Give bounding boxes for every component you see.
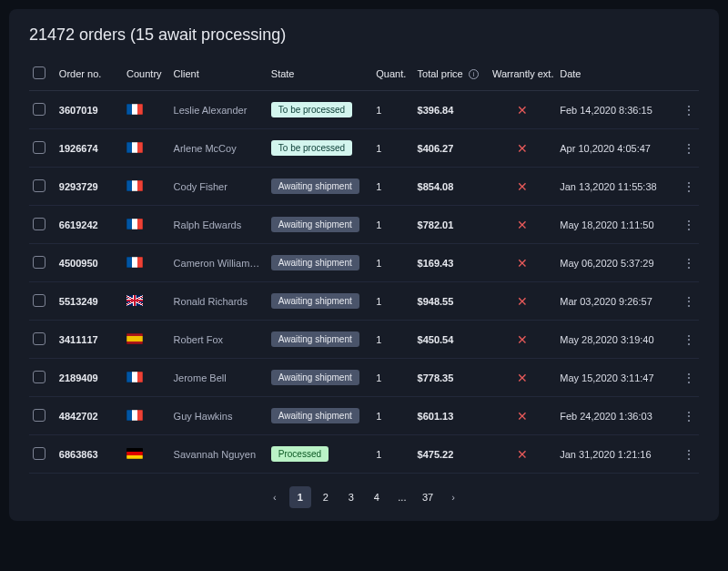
warranty-x-icon: ✕ [492,294,552,309]
order-no: 4500950 [56,244,123,282]
row-checkbox[interactable] [33,218,46,230]
state-badge: To be processed [271,140,352,156]
warranty-x-icon: ✕ [492,409,552,423]
state-badge: Processed [271,446,329,462]
total-price: $396.84 [414,91,489,129]
col-state[interactable]: State [268,59,372,91]
order-no: 6619242 [56,206,123,244]
warranty-x-icon: ✕ [492,447,552,462]
client-name: Savannah Nguyen [170,435,268,474]
total-price: $778.35 [414,359,489,397]
row-menu-icon[interactable]: ⋮ [678,244,699,282]
table-row[interactable]: 6619242Ralph EdwardsAwaiting shipment1$7… [29,206,699,244]
row-checkbox[interactable] [33,256,46,269]
warranty-x-icon: ✕ [492,218,552,232]
row-checkbox[interactable] [33,141,46,154]
warranty-x-icon: ✕ [492,256,552,270]
table-row[interactable]: 6863863Savannah NguyenProcessed1$475.22✕… [29,435,699,474]
page-2[interactable]: 2 [315,486,337,508]
row-menu-icon[interactable]: ⋮ [678,359,699,397]
page-prev[interactable]: ‹ [264,486,286,508]
table-row[interactable]: 4500950Cameron WilliamsonAwaiting shipme… [29,244,699,282]
row-menu-icon[interactable]: ⋮ [678,91,699,129]
quantity: 1 [372,282,413,321]
col-order-no[interactable]: Order no. [56,59,123,91]
row-checkbox[interactable] [33,371,46,383]
row-menu-icon[interactable]: ⋮ [678,435,699,474]
page-3[interactable]: 3 [340,486,362,508]
order-date: May 18,2020 1:11:50 [556,206,678,244]
state-badge: Awaiting shipment [271,255,359,270]
col-country[interactable]: Country [123,59,170,91]
pagination: ‹ 1234...37 › [29,486,699,508]
order-no: 2189409 [56,359,123,397]
row-menu-icon[interactable]: ⋮ [678,206,699,244]
row-menu-icon[interactable]: ⋮ [678,397,699,435]
table-row[interactable]: 5513249Ronald RichardsAwaiting shipment1… [29,282,699,321]
page-ellipsis: ... [391,486,413,508]
state-badge: To be processed [271,102,352,117]
row-checkbox[interactable] [33,332,46,345]
page-next[interactable]: › [442,486,464,508]
table-row[interactable]: 1926674Arlene McCoyTo be processed1$406.… [29,129,699,168]
row-checkbox[interactable] [33,447,46,460]
table-row[interactable]: 3607019Leslie AlexanderTo be processed1$… [29,91,699,129]
select-all-checkbox[interactable] [33,66,46,79]
order-date: Jan 31,2020 1:21:16 [556,435,678,474]
quantity: 1 [372,359,413,397]
table-row[interactable]: 9293729Cody FisherAwaiting shipment1$854… [29,168,699,206]
client-name: Cameron Williamson [170,244,268,282]
country-flag-icon [126,180,143,191]
order-no: 5513249 [56,282,123,321]
client-name: Robert Fox [170,321,268,359]
page-1[interactable]: 1 [289,486,311,508]
table-row[interactable]: 3411117Robert FoxAwaiting shipment1$450.… [29,321,699,359]
order-date: May 28,2020 3:19:40 [556,321,678,359]
state-badge: Awaiting shipment [271,408,359,423]
country-flag-icon [126,448,143,459]
quantity: 1 [372,244,413,282]
state-badge: Awaiting shipment [271,178,359,194]
state-badge: Awaiting shipment [271,217,359,232]
quantity: 1 [372,321,413,359]
row-menu-icon[interactable]: ⋮ [678,129,699,168]
row-menu-icon[interactable]: ⋮ [678,168,699,206]
col-date[interactable]: Date [556,59,678,91]
order-date: Mar 03,2020 9:26:57 [556,282,678,321]
total-price: $782.01 [414,206,489,244]
client-name: Jerome Bell [170,359,268,397]
table-row[interactable]: 2189409Jerome BellAwaiting shipment1$778… [29,359,699,397]
quantity: 1 [372,206,413,244]
row-menu-icon[interactable]: ⋮ [678,321,699,359]
state-badge: Awaiting shipment [271,370,359,385]
total-price: $948.55 [414,282,489,321]
order-no: 9293729 [56,168,123,206]
order-date: Feb 24,2020 1:36:03 [556,397,678,435]
country-flag-icon [126,372,143,382]
order-date: May 15,2020 3:11:47 [556,359,678,397]
row-checkbox[interactable] [33,409,46,422]
col-client[interactable]: Client [170,59,268,91]
col-quant[interactable]: Quant. [372,59,413,91]
quantity: 1 [372,91,413,129]
quantity: 1 [372,435,413,474]
page-4[interactable]: 4 [366,486,388,508]
country-flag-icon [126,257,143,268]
page-37[interactable]: 37 [417,486,439,508]
col-total-price[interactable]: Total price i [414,59,489,91]
total-price: $450.54 [414,321,489,359]
info-icon[interactable]: i [469,69,479,79]
col-warranty-ext[interactable]: Warrantly ext. [489,59,556,91]
row-menu-icon[interactable]: ⋮ [678,282,699,321]
row-checkbox[interactable] [33,294,46,307]
table-row[interactable]: 4842702Guy HawkinsAwaiting shipment1$601… [29,397,699,435]
row-checkbox[interactable] [33,179,46,192]
order-no: 4842702 [56,397,123,435]
country-flag-icon [126,410,143,421]
total-price: $406.27 [414,129,489,168]
country-flag-icon [126,333,143,344]
quantity: 1 [372,129,413,168]
row-checkbox[interactable] [33,103,46,116]
quantity: 1 [372,168,413,206]
state-badge: Awaiting shipment [271,293,359,309]
